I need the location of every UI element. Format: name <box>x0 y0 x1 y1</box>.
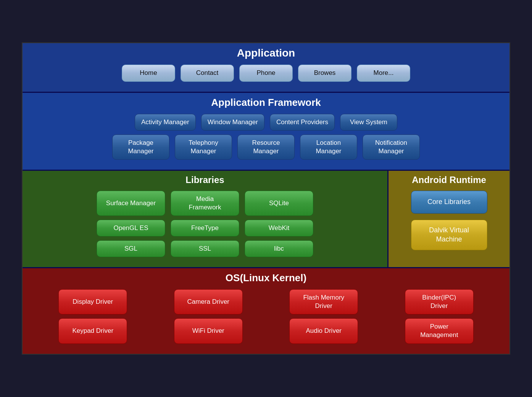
btn-power-management[interactable]: Power Management <box>405 318 474 344</box>
btn-camera-driver[interactable]: Camera Driver <box>174 289 243 314</box>
libraries-row2: OpenGL ES FreeType WebKit <box>30 220 380 237</box>
btn-binder-driver[interactable]: Binder(IPC) Driver <box>405 289 474 314</box>
btn-dalvik-vm[interactable]: Dalvik Virtual Machine <box>411 220 487 250</box>
btn-display-driver[interactable]: Display Driver <box>58 289 127 314</box>
btn-wifi-driver[interactable]: WiFi Driver <box>174 318 243 344</box>
framework-row2: Package Manager Telephony Manager Resour… <box>30 134 502 160</box>
btn-core-libraries[interactable]: Core Libraries <box>411 191 487 214</box>
btn-audio-driver[interactable]: Audio Driver <box>289 318 358 344</box>
android-runtime-section: Android Runtime Core Libraries Dalvik Vi… <box>387 171 509 267</box>
runtime-buttons: Core Libraries Dalvik Virtual Machine <box>395 191 503 250</box>
btn-activity-manager[interactable]: Activity Manager <box>135 114 196 131</box>
application-section: Application Home Contact Phone Browes Mo… <box>23 43 509 92</box>
android-runtime-title: Android Runtime <box>395 175 503 185</box>
libraries-row3: SGL SSL libc <box>30 240 380 257</box>
framework-row1: Activity Manager Window Manager Content … <box>30 114 502 131</box>
btn-sgl[interactable]: SGL <box>97 240 165 257</box>
btn-more[interactable]: More... <box>357 65 410 81</box>
btn-media-framework[interactable]: Media Framework <box>171 191 239 216</box>
architecture-diagram: Application Home Contact Phone Browes Mo… <box>22 42 510 354</box>
btn-surface-manager[interactable]: Surface Manager <box>97 191 165 216</box>
framework-section: Application Framework Activity Manager W… <box>23 93 509 171</box>
btn-webkit[interactable]: WebKit <box>245 220 313 237</box>
application-buttons-row: Home Contact Phone Browes More... <box>30 65 502 81</box>
btn-home[interactable]: Home <box>122 65 175 81</box>
btn-flash-memory-driver[interactable]: Flash Memory Driver <box>289 289 358 314</box>
application-title: Application <box>30 47 502 59</box>
btn-package-manager[interactable]: Package Manager <box>112 134 169 160</box>
libraries-row1: Surface Manager Media Framework SQLite <box>30 191 380 216</box>
btn-content-providers[interactable]: Content Providers <box>270 114 335 131</box>
btn-location-manager[interactable]: Location Manager <box>300 134 357 160</box>
os-title: OS(Linux Kernel) <box>30 272 502 284</box>
btn-notification-manager[interactable]: Notification Manager <box>363 134 420 160</box>
btn-freetype[interactable]: FreeType <box>171 220 239 237</box>
libraries-title: Libraries <box>30 175 380 185</box>
btn-phone[interactable]: Phone <box>239 65 293 81</box>
middle-row: Libraries Surface Manager Media Framewor… <box>23 171 509 268</box>
btn-ssl[interactable]: SSL <box>171 240 239 257</box>
btn-keypad-driver[interactable]: Keypad Driver <box>58 318 127 344</box>
os-row1: Display Driver Camera Driver Flash Memor… <box>30 289 502 314</box>
btn-contact[interactable]: Contact <box>181 65 234 81</box>
btn-libc[interactable]: libc <box>245 240 313 257</box>
btn-resource-manager[interactable]: Resource Manager <box>237 134 295 160</box>
btn-window-manager[interactable]: Window Manager <box>201 114 264 131</box>
btn-telephony-manager[interactable]: Telephony Manager <box>175 134 232 160</box>
framework-title: Application Framework <box>30 97 502 109</box>
btn-opengl-es[interactable]: OpenGL ES <box>97 220 165 237</box>
btn-sqlite[interactable]: SQLite <box>245 191 313 216</box>
btn-view-system[interactable]: View System <box>340 114 397 131</box>
os-row2: Keypad Driver WiFi Driver Audio Driver P… <box>30 318 502 344</box>
libraries-section: Libraries Surface Manager Media Framewor… <box>23 171 387 267</box>
btn-browes[interactable]: Browes <box>298 65 351 81</box>
os-section: OS(Linux Kernel) Display Driver Camera D… <box>23 268 509 353</box>
